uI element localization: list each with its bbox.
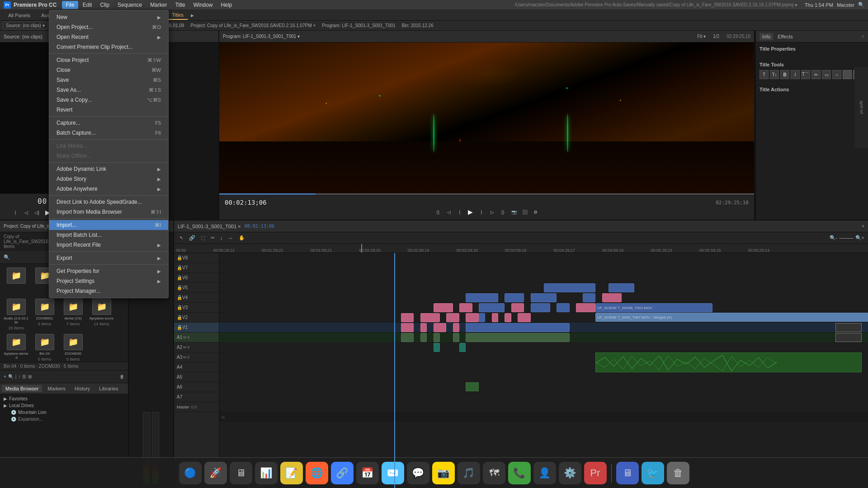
clip-v2-8[interactable]	[518, 313, 531, 322]
tree-favorites[interactable]: ▶ Favorites	[4, 395, 124, 402]
clip-v2-6[interactable]	[492, 313, 498, 322]
tab-program[interactable]: Program: LIF-1_S001-3_S001_T001	[319, 22, 398, 29]
menu-export[interactable]: Export▶	[49, 253, 168, 263]
tool-pen[interactable]: ✏	[811, 70, 821, 79]
effects-tab[interactable]: Effects	[775, 33, 795, 40]
clip-v1-4[interactable]	[453, 323, 459, 332]
dock-facetime[interactable]: 📞	[508, 462, 531, 484]
menu-close[interactable]: Close⌘W	[49, 65, 168, 75]
dock-photos[interactable]: 📷	[432, 462, 455, 484]
src-btn-mark-in[interactable]: ⟨	[11, 208, 19, 216]
footer-tab-libraries[interactable]: Libraries	[95, 385, 122, 392]
prog-btn-jog-right[interactable]: |⟩	[499, 208, 507, 216]
menu-help[interactable]: Help	[217, 1, 236, 9]
menu-project-settings[interactable]: Project Settings▶	[49, 276, 168, 286]
clip-a1-3[interactable]	[434, 333, 440, 342]
v7-lock[interactable]: 🔒	[177, 265, 182, 270]
proj-footer-search[interactable]: 🔍	[8, 374, 14, 379]
clip-v1-1[interactable]	[401, 323, 414, 332]
menu-save-copy[interactable]: Save a Copy...⌥⌘S	[49, 95, 168, 105]
tl-tool-select[interactable]: ↖	[178, 234, 185, 242]
menu-open-project[interactable]: Open Project...⌘O	[49, 22, 168, 32]
menu-title[interactable]: Title	[171, 1, 189, 9]
dock-launchpad[interactable]: 🚀	[204, 462, 227, 484]
tl-tool-hand[interactable]: ✋	[237, 234, 247, 242]
clip-v1-end[interactable]	[835, 323, 861, 332]
prog-btn-settings2[interactable]: ⚙	[532, 208, 540, 216]
dock-itunes[interactable]: 🎵	[458, 462, 480, 484]
clip-a5-1[interactable]	[466, 382, 479, 391]
menu-convert[interactable]: Convert Premiere Clip Project...	[49, 42, 168, 52]
tl-tool-clip[interactable]: ⬚	[199, 234, 207, 242]
src-btn-step-back[interactable]: ◁	[22, 208, 30, 216]
v6-lock[interactable]: 🔒	[177, 275, 182, 280]
menu-clip[interactable]: Clip	[96, 1, 113, 9]
ws-tab-more[interactable]: ►	[190, 13, 195, 18]
tool-text[interactable]: T	[760, 70, 769, 79]
menu-sequence[interactable]: Sequence	[114, 1, 146, 9]
menu-save-as[interactable]: Save As...⌘⇧S	[49, 85, 168, 95]
clip-v1-2[interactable]	[420, 323, 427, 332]
clip-v3-2[interactable]	[459, 303, 472, 312]
clip-v2-3[interactable]	[446, 313, 459, 322]
proj-footer-new[interactable]: +	[4, 374, 6, 379]
bin-icon-5[interactable]: 📁	[7, 299, 26, 315]
v8-lock[interactable]: 🔒	[177, 255, 182, 260]
clip-v4-1[interactable]	[466, 293, 498, 302]
bin-icon-6[interactable]: 📁	[35, 299, 54, 315]
clip-v4-4[interactable]	[583, 293, 596, 302]
clip-a1-1[interactable]	[401, 333, 414, 342]
menu-save[interactable]: Save⌘S	[49, 75, 168, 85]
tool-italic[interactable]: I	[791, 70, 800, 79]
menu-adobe-story[interactable]: Adobe Story▶	[49, 174, 168, 184]
menu-revert[interactable]: Revert	[49, 105, 168, 115]
clip-v3-1[interactable]	[434, 303, 453, 312]
clip-a1-2[interactable]	[420, 333, 427, 342]
tree-expansion[interactable]: 💿 Expansion...	[4, 416, 124, 422]
tl-tool-razor[interactable]: ✂	[209, 234, 217, 242]
proj-footer-list[interactable]: ☰	[22, 374, 26, 379]
menu-adobe-anywhere[interactable]: Adobe Anywhere▶	[49, 184, 168, 194]
dock-premiere[interactable]: Pr	[584, 462, 607, 484]
menu-get-properties[interactable]: Get Properties for▶	[49, 266, 168, 276]
menu-edit[interactable]: Edit	[79, 1, 96, 9]
dock-browser[interactable]: 🌐	[306, 462, 328, 484]
tl-zoom-in[interactable]: 🔍+	[855, 235, 864, 241]
menu-open-recent[interactable]: Open Recent▶	[49, 32, 168, 42]
prog-btn-play[interactable]: ▶	[467, 208, 475, 216]
dock-link[interactable]: 🔗	[331, 462, 354, 484]
tool-bold[interactable]: B	[780, 70, 789, 79]
proj-footer-icon[interactable]: ⊞	[28, 374, 32, 379]
v1-lock[interactable]: 🔒	[177, 325, 182, 330]
clip-v5-1[interactable]	[544, 283, 596, 292]
dock-sysperf[interactable]: 📊	[255, 462, 278, 484]
tl-add-track[interactable]: +	[862, 224, 864, 229]
v2-lock[interactable]: 🔒	[177, 315, 182, 320]
bin-icon-7[interactable]: 📁	[64, 299, 83, 315]
clip-a2-1[interactable]	[434, 343, 440, 352]
prog-btn-step-fwd[interactable]: ▷	[488, 208, 496, 216]
tab-project[interactable]: Project: Copy of Life_is_Fare_SW2016.SAV…	[188, 22, 318, 29]
tl-tool-roll[interactable]: ↔	[226, 235, 235, 242]
timeline-playhead[interactable]	[394, 253, 395, 488]
progress-bar[interactable]	[219, 193, 754, 195]
clip-a1-end[interactable]	[835, 333, 861, 342]
menu-import-recent[interactable]: Import Recent File▶	[49, 240, 168, 250]
clip-v3-6[interactable]	[557, 303, 570, 312]
tool-path[interactable]: T⌒	[801, 70, 810, 79]
dock-finder[interactable]: 🔵	[179, 462, 202, 484]
dock-calendar[interactable]: 📅	[356, 462, 379, 484]
menu-new[interactable]: New▶	[49, 12, 168, 22]
clip-a1-4[interactable]	[453, 333, 459, 342]
clip-v4-3[interactable]	[531, 293, 557, 302]
clip-v2-2[interactable]	[420, 313, 440, 322]
clip-v5-2[interactable]	[609, 283, 634, 292]
tree-local-drives[interactable]: ▶ Local Drives	[4, 402, 124, 409]
dock-mail[interactable]: ✉️	[382, 462, 404, 484]
clip-v3-uf1[interactable]: UF_SCENE T_S003B_T001.MOV	[595, 303, 712, 312]
bin-icon-10[interactable]: 📁	[35, 334, 54, 350]
v4-lock[interactable]: 🔒	[177, 295, 182, 300]
clip-a2-2[interactable]	[459, 343, 466, 352]
info-menu[interactable]: ≡	[862, 34, 864, 39]
clip-a1-main[interactable]	[466, 333, 570, 342]
